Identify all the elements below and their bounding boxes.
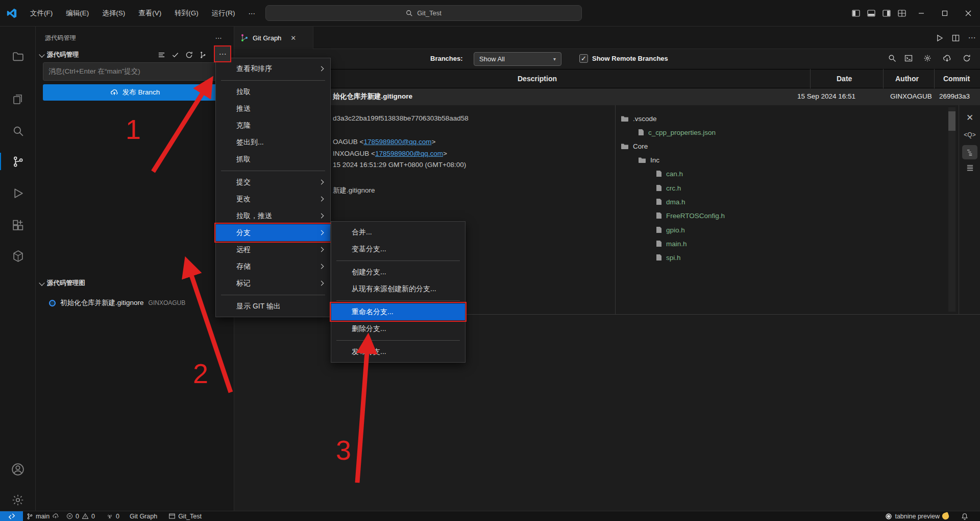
col-description[interactable]: Description (518, 75, 557, 83)
customize-layout-icon[interactable] (894, 5, 910, 22)
view-as-list-icon[interactable] (155, 49, 167, 60)
column-divider[interactable] (934, 69, 935, 88)
panel-more-actions-icon[interactable]: ⋯ (212, 32, 225, 43)
menu-item-stash[interactable]: 存储 (216, 258, 330, 275)
toggle-secondary-sidebar-icon[interactable] (879, 5, 894, 22)
section-chevron-icon[interactable] (39, 52, 44, 57)
col-commit[interactable]: Commit (943, 75, 970, 83)
details-scrollbar[interactable] (948, 107, 955, 312)
graph-settings-gear-icon[interactable] (921, 53, 934, 64)
tree-file-row[interactable]: c_cpp_properties.json (638, 127, 716, 138)
submenu-item-create-branch[interactable]: 创建分支... (331, 264, 465, 280)
commit-table-row[interactable]: 始化仓库并新建.gitignore 15 Sep 2024 16:51 GINX… (234, 88, 980, 105)
menu-item-pull[interactable]: 拉取 (216, 83, 330, 100)
submenu-item-delete-branch[interactable]: 删除分支... (331, 320, 465, 337)
terminal-icon[interactable] (902, 53, 915, 64)
files-copy-icon[interactable] (9, 91, 27, 108)
run-file-icon[interactable] (933, 32, 946, 44)
menu-item-push[interactable]: 推送 (216, 100, 330, 117)
menu-item-checkout[interactable]: 签出到... (216, 134, 330, 151)
tree-file-row[interactable]: crc.h (656, 182, 681, 194)
menu-selection[interactable]: 选择(S) (95, 0, 132, 27)
graph-section-chevron-icon[interactable] (39, 280, 44, 286)
tree-file-row[interactable]: spi.h (656, 252, 681, 263)
menu-goto[interactable]: 转到(G) (168, 0, 205, 27)
author-email-link[interactable]: 1785989800@qq.com (363, 138, 431, 146)
menu-view[interactable]: 查看(V) (132, 0, 168, 27)
tree-file-row[interactable]: main.h (656, 238, 687, 249)
fetch-cloud-icon[interactable] (941, 53, 953, 64)
maximize-button[interactable] (933, 3, 957, 23)
submenu-item-rebase[interactable]: 变基分支... (331, 241, 465, 257)
run-debug-icon[interactable] (9, 184, 27, 202)
account-icon[interactable] (9, 461, 27, 478)
commit-message-input[interactable]: 消息(Ctrl+Enter 在“main”提交) (43, 62, 227, 81)
tab-close-icon[interactable]: ✕ (290, 34, 296, 42)
menu-item-view-sort[interactable]: 查看和排序 (216, 60, 330, 77)
menu-item-remote[interactable]: 远程 (216, 241, 330, 258)
toggle-sidebar-icon[interactable] (848, 5, 864, 22)
problems-status-item[interactable]: 0 0 (63, 511, 99, 521)
code-review-icon[interactable]: <Q> (962, 128, 977, 142)
tree-file-row[interactable]: FreeRTOSConfig.h (656, 210, 725, 221)
col-author[interactable]: Author (895, 75, 919, 83)
branch-status-item[interactable]: main (23, 511, 63, 521)
git-graph-status-item[interactable]: Git Graph (126, 511, 161, 521)
explorer-icon[interactable] (9, 48, 27, 65)
tree-folder-row[interactable]: Inc (638, 154, 659, 165)
file-list-view-icon[interactable] (962, 160, 977, 175)
minimize-button[interactable] (910, 3, 933, 23)
notifications-bell-item[interactable] (958, 511, 972, 521)
menu-more[interactable]: ⋯ (242, 0, 262, 27)
settings-gear-icon[interactable] (9, 491, 27, 509)
close-details-icon[interactable]: ✕ (962, 110, 977, 125)
refresh-icon[interactable] (183, 49, 195, 60)
tree-file-row[interactable]: dma.h (656, 196, 685, 207)
tab-git-graph[interactable]: Git Graph ✕ (234, 27, 313, 49)
find-commit-icon[interactable] (886, 53, 898, 64)
tree-file-row[interactable]: gpio.h (656, 224, 685, 235)
close-window-button[interactable] (957, 3, 980, 23)
menu-file[interactable]: 文件(F) (23, 0, 59, 27)
split-editor-icon[interactable] (949, 32, 962, 44)
file-tree-view-icon[interactable] (962, 145, 977, 159)
editor-more-actions-icon[interactable]: ⋯ (965, 32, 978, 44)
branches-dropdown[interactable]: Show All ▾ (474, 52, 561, 66)
packages-icon[interactable] (9, 247, 27, 265)
committer-email-link[interactable]: 1785989800@qq.com (375, 150, 443, 157)
commit-list-item[interactable]: 初始化仓库并新建.gitignore GINXOAGUB (49, 296, 233, 310)
tabnine-status-item[interactable]: tabnine preview (881, 511, 952, 521)
graph-view-icon[interactable] (197, 49, 209, 60)
col-date[interactable]: Date (837, 75, 852, 83)
submenu-item-publish-branch[interactable]: 发布分支... (331, 343, 465, 360)
menu-item-pull-push[interactable]: 拉取，推送 (216, 207, 330, 224)
command-center-search[interactable]: Git_Test (265, 5, 582, 21)
tree-folder-row[interactable]: .vscode (621, 113, 657, 124)
menu-item-clone[interactable]: 克隆 (216, 117, 330, 134)
source-control-icon[interactable] (9, 153, 27, 170)
scrollbar-thumb[interactable] (948, 111, 955, 131)
search-sidebar-icon[interactable] (9, 122, 27, 139)
commit-check-icon[interactable] (169, 49, 181, 60)
extensions-icon[interactable] (9, 217, 27, 234)
tree-file-row[interactable]: can.h (656, 168, 683, 179)
menu-edit[interactable]: 编辑(E) (59, 0, 95, 27)
menu-run[interactable]: 运行(R) (205, 0, 242, 27)
remote-indicator[interactable] (0, 511, 23, 521)
menu-item-commit[interactable]: 提交 (216, 174, 330, 191)
show-remote-checkbox[interactable]: ✓ (579, 54, 588, 63)
menu-item-fetch[interactable]: 抓取 (216, 151, 330, 168)
menu-item-show-git-output[interactable]: 显示 GIT 输出 (216, 298, 330, 315)
graph-refresh-icon[interactable] (961, 53, 973, 64)
column-divider[interactable] (883, 69, 884, 88)
submenu-item-rename-branch[interactable]: 重命名分支... (331, 303, 465, 320)
tree-folder-row[interactable]: Core (621, 140, 648, 152)
ports-status-item[interactable]: 0 (103, 511, 123, 521)
workspace-status-item[interactable]: Git_Test (165, 511, 205, 521)
scm-more-actions-icon[interactable]: ⋯ (219, 50, 227, 59)
column-divider[interactable] (810, 69, 811, 88)
publish-branch-button[interactable]: 发布 Branch (43, 84, 227, 101)
menu-item-changes[interactable]: 更改 (216, 191, 330, 207)
menu-item-branch[interactable]: 分支 (216, 224, 330, 241)
submenu-item-merge[interactable]: 合并... (331, 224, 465, 241)
